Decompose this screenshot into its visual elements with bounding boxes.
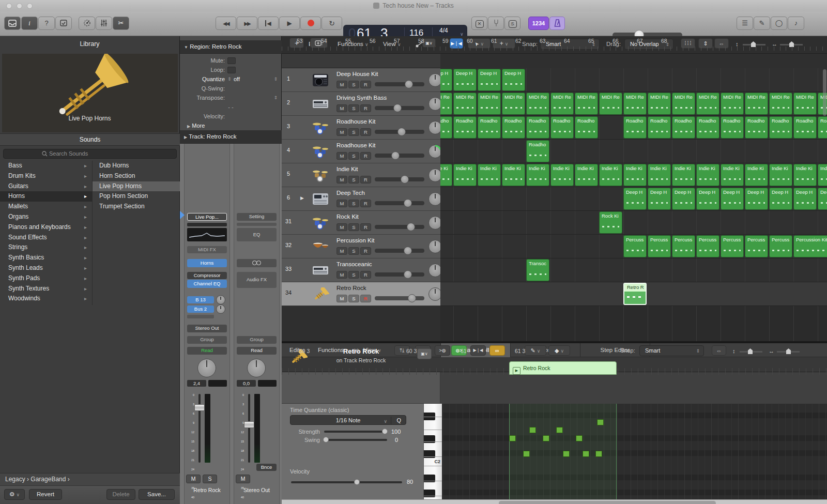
cycle-button[interactable]: ↻ [321,17,342,30]
automation-mode-slot[interactable]: Read [187,347,227,355]
midi-region[interactable]: MIDI Re [696,93,719,115]
solo-button[interactable]: S [504,17,520,30]
midi-region[interactable]: Indie Ki [696,164,719,186]
preset-item-pop-horn-section[interactable]: Pop Horn Section [93,191,180,202]
midi-region[interactable]: Indie Ki [575,164,598,186]
record-enable-button[interactable]: R [360,152,371,160]
midi-region[interactable]: MIDI Re [526,93,549,115]
track-header-1[interactable]: 1Deep House KitMSR [282,68,440,92]
arrange-lane-4[interactable]: Roadho [440,140,827,163]
volume-thumb[interactable] [401,175,409,184]
sidebar-item-woodwinds[interactable]: Woodwinds▸ [0,294,92,304]
midi-region[interactable]: Roadho [526,116,549,139]
arrange-lane-33[interactable]: Transoc [440,258,827,282]
smart-controls-button[interactable] [79,17,95,30]
midi-region[interactable]: Percuss [648,235,671,257]
midi-region[interactable]: Indie Ki [793,164,817,186]
swing-slider[interactable] [324,439,387,441]
track-header-3[interactable]: 3Roadhouse KitMSR [282,116,440,140]
sidebar-item-synth-textures[interactable]: Synth Textures▸ [0,284,92,294]
horizontal-auto-zoom-button[interactable]: ⇔ [712,345,726,356]
midi-note[interactable] [563,451,570,457]
stop-go-to-beginning-button[interactable]: ◀ [258,17,279,30]
midi-region[interactable]: Roadho [696,116,719,139]
editor-options-button[interactable]: ▣∨ [417,348,432,359]
mute-button[interactable]: M [336,247,347,255]
midi-region[interactable]: Indie Ki [599,164,622,186]
volume-slider[interactable] [375,225,424,229]
volume-fader[interactable] [244,421,254,428]
swing-knob[interactable] [323,437,329,442]
preset-item-live-pop-horns[interactable]: Live Pop Horns [93,181,180,192]
midi-region[interactable]: Indie Ki [502,164,525,186]
midi-region[interactable]: Deep H [453,69,477,91]
midi-region[interactable]: MIDI Re [478,93,501,115]
solo-button[interactable]: S [348,81,359,88]
midi-region[interactable]: MIDI Re [440,93,452,115]
midi-note[interactable] [509,435,516,441]
midi-region[interactable]: MIDI Re [721,93,744,115]
track-inspector-header[interactable]: ▶ Track: Retro Rock [180,130,282,144]
sidebar-item-guitars[interactable]: Guitars▸ [0,181,92,192]
midi-region[interactable]: Indie Ki [526,164,549,186]
volume-thumb[interactable] [404,247,412,255]
volume-thumb[interactable] [407,223,415,231]
sidebar-item-synth-basics[interactable]: Synth Basics▸ [0,253,92,263]
solo-button[interactable]: S [348,104,359,112]
midi-region[interactable]: MIDI Re [550,93,574,115]
sidebar-item-pianos-and-keyboards[interactable]: Pianos and Keyboards▸ [0,222,92,233]
volume-slider[interactable] [375,106,424,110]
region-inspector-header[interactable]: ▼ Region: Retro Rock [180,40,282,54]
midi-note[interactable] [597,419,604,425]
record-enable-button[interactable]: R [360,223,371,231]
editor-horizontal-scrollbar[interactable] [282,499,827,504]
record-enable-button[interactable]: R [360,128,371,136]
arrange-lane-3[interactable]: RoadhoRoadhoRoadhoRoadhoRoadhoRoadhoRoad… [440,116,827,140]
preset-item-horn-section[interactable]: Horn Section [93,171,180,181]
brush-tool-menu[interactable]: ◆ ∨ [548,345,570,356]
mute-button[interactable]: M [336,176,347,184]
midi-note[interactable] [583,451,589,457]
volume-thumb[interactable] [408,294,416,302]
midi-region[interactable]: Roadho [745,116,768,139]
velocity-knob[interactable] [354,479,360,485]
record-enable-button[interactable]: R [360,295,371,302]
mute-checkbox[interactable] [227,57,236,64]
group-slot[interactable]: Group [187,336,227,344]
mute-button[interactable]: M [336,104,347,112]
track-header-31[interactable]: 31Rock KitMSR [282,211,440,235]
midi-region[interactable]: Indie Ki [818,164,827,186]
midi-region[interactable]: Roadho [721,116,744,139]
midi-region[interactable]: Roadho [453,116,477,139]
solo-button[interactable]: S [348,247,359,255]
midi-region[interactable]: Roadho [478,116,501,139]
arrange-lane-34[interactable]: Retro R [440,282,827,306]
snap-select[interactable]: Smart⇕ [639,345,704,356]
strength-knob[interactable] [382,429,388,434]
forward-button[interactable]: ▶▶ [237,17,257,30]
solo-button[interactable]: S [348,128,359,136]
volume-slider[interactable] [375,130,424,134]
track-header-5[interactable]: 5Indie KitMSR [282,163,440,187]
sidebar-item-bass[interactable]: Bass▸ [0,161,92,171]
pan-value[interactable]: 0,0 [237,380,256,387]
strip-solo-button[interactable]: S [203,475,217,483]
pan-value[interactable]: 2,4 [187,380,206,387]
midi-region[interactable]: Indie Ki [623,164,647,186]
midi-region[interactable]: Percussion Kit [793,235,827,257]
output-slot[interactable]: Stereo Out [187,325,227,332]
preset-item-dub-horns[interactable]: Dub Horns [93,161,180,171]
midi-note[interactable] [556,427,563,433]
midi-region[interactable]: Roadho [648,116,671,139]
midi-region[interactable]: MIDI Re [672,93,695,115]
record-enable-button[interactable]: R [360,81,371,88]
midi-region[interactable]: Deep H [818,188,827,210]
preset-item-trumpet-section[interactable]: Trumpet Section [93,202,180,212]
sidebar-item-synth-leads[interactable]: Synth Leads▸ [0,263,92,273]
arrange-lane-2[interactable]: MIDI ReMIDI ReMIDI ReMIDI ReMIDI ReMIDI … [440,92,827,116]
midi-region[interactable]: Indie Ki [648,164,671,186]
track-header-2[interactable]: 2Driving Synth BassMSR [282,92,440,116]
horizontal-zoom-slider[interactable] [780,44,803,45]
volume-slider[interactable] [375,154,424,158]
midi-region[interactable]: MIDI Re [502,93,525,115]
